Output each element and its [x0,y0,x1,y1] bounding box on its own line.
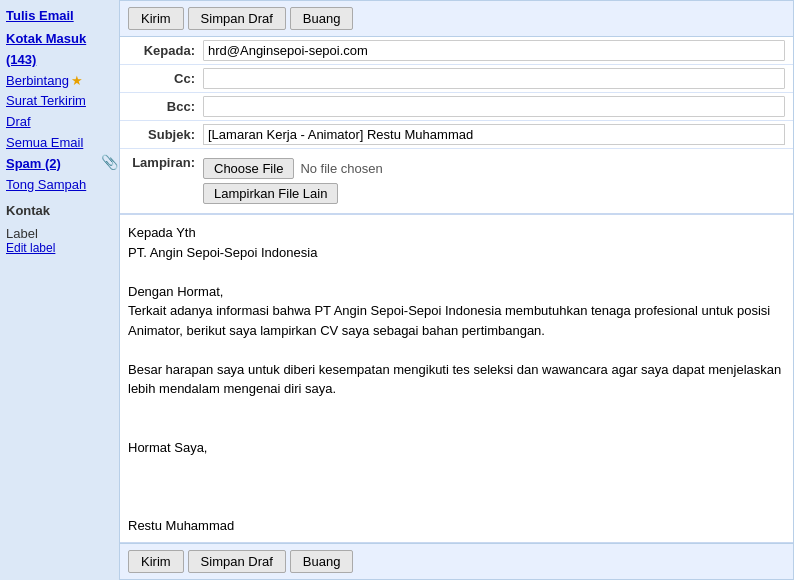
body-area [120,214,793,543]
simpan-draf-button-top[interactable]: Simpan Draf [188,7,286,30]
subjek-input[interactable] [203,124,785,145]
top-toolbar: Kirim Simpan Draf Buang [120,1,793,37]
sidebar-label-head: Label [6,226,113,241]
buang-button-top[interactable]: Buang [290,7,354,30]
lampiran-label-container: 📎 Lampiran: [128,154,203,170]
subjek-label: Subjek: [128,127,203,142]
buang-button-bottom[interactable]: Buang [290,550,354,573]
no-file-text: No file chosen [300,161,382,176]
kepada-label: Kepada: [128,43,203,58]
cc-input[interactable] [203,68,785,89]
sidebar-item-berbintang[interactable]: Berbintang [6,71,69,92]
sidebar-item-kotak-masuk[interactable]: Kotak Masuk (143) [6,29,113,71]
sidebar-item-tulis-email[interactable]: Tulis Email [6,8,113,23]
bcc-input[interactable] [203,96,785,117]
lampiran-row: 📎 Lampiran: Choose File No file chosen L… [120,149,793,213]
star-icon: ★ [71,73,83,88]
compose-area: Kirim Simpan Draf Buang Kepada: Cc: Bcc: [120,0,794,580]
lampirkan-file-lain-button[interactable]: Lampirkan File Lain [203,183,338,204]
file-input-row: Choose File No file chosen [203,158,785,179]
paperclip-icon: 📎 [101,154,118,170]
lampiran-label: Lampiran: [120,155,195,170]
kepada-input[interactable] [203,40,785,61]
subjek-row: Subjek: [120,121,793,149]
sidebar-item-surat-terkirim[interactable]: Surat Terkirim [6,91,113,112]
lampiran-controls: Choose File No file chosen Lampirkan Fil… [203,154,785,208]
sidebar-item-tong-sampah[interactable]: Tong Sampah [6,175,113,196]
cc-row: Cc: [120,65,793,93]
choose-file-button[interactable]: Choose File [203,158,294,179]
sidebar-item-spam[interactable]: Spam (2) [6,154,113,175]
cc-label: Cc: [128,71,203,86]
sidebar-kontak: Kontak [6,203,113,218]
simpan-draf-button-bottom[interactable]: Simpan Draf [188,550,286,573]
bcc-label: Bcc: [128,99,203,114]
kepada-row: Kepada: [120,37,793,65]
kirim-button-bottom[interactable]: Kirim [128,550,184,573]
compose-form: Kepada: Cc: Bcc: Subjek: 📎 [120,37,793,214]
sidebar: Tulis Email Kotak Masuk (143) Berbintang… [0,0,120,580]
sidebar-item-draf[interactable]: Draf [6,112,113,133]
sidebar-edit-label[interactable]: Edit label [6,241,113,255]
bcc-row: Bcc: [120,93,793,121]
sidebar-item-semua-email[interactable]: Semua Email [6,133,113,154]
bottom-toolbar: Kirim Simpan Draf Buang [120,543,793,579]
kirim-button-top[interactable]: Kirim [128,7,184,30]
email-body-textarea[interactable] [120,214,793,543]
